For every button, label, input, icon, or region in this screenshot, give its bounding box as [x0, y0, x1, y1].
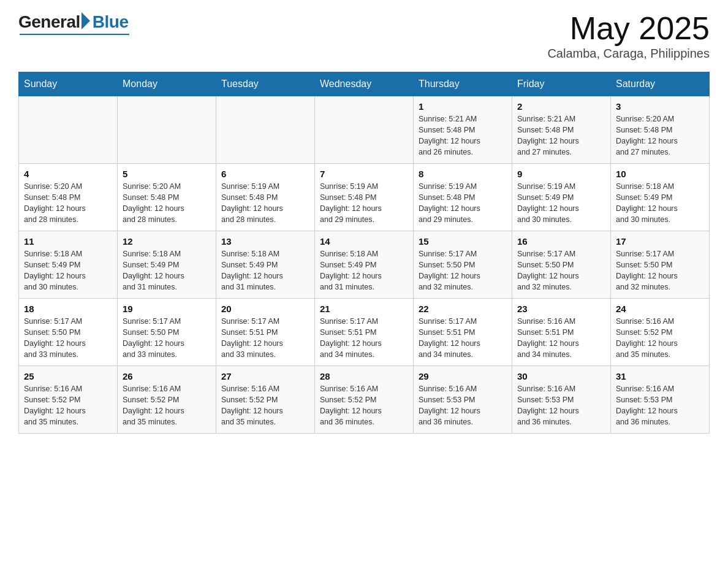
calendar-day: 26Sunrise: 5:16 AMSunset: 5:52 PMDayligh… [118, 366, 216, 434]
logo: General Blue [18, 12, 128, 35]
day-number: 11 [24, 236, 112, 247]
day-number: 21 [320, 304, 408, 314]
day-number: 14 [320, 236, 408, 247]
logo-triangle-icon [82, 12, 90, 29]
calendar-day: 18Sunrise: 5:17 AMSunset: 5:50 PMDayligh… [19, 299, 118, 366]
col-monday: Monday [118, 72, 216, 96]
calendar-day: 24Sunrise: 5:16 AMSunset: 5:52 PMDayligh… [611, 299, 710, 366]
day-info: Sunrise: 5:17 AMSunset: 5:50 PMDaylight:… [616, 248, 704, 293]
calendar-week-2: 4Sunrise: 5:20 AMSunset: 5:48 PMDaylight… [19, 164, 710, 231]
col-friday: Friday [512, 72, 611, 96]
day-number: 27 [221, 371, 309, 381]
calendar-day: 8Sunrise: 5:19 AMSunset: 5:48 PMDaylight… [414, 164, 512, 231]
day-number: 4 [24, 169, 112, 179]
calendar-day: 1Sunrise: 5:21 AMSunset: 5:48 PMDaylight… [414, 96, 512, 164]
day-number: 3 [616, 101, 704, 112]
day-info: Sunrise: 5:21 AMSunset: 5:48 PMDaylight:… [517, 113, 605, 158]
calendar-day: 15Sunrise: 5:17 AMSunset: 5:50 PMDayligh… [414, 231, 512, 299]
calendar-day: 28Sunrise: 5:16 AMSunset: 5:52 PMDayligh… [315, 366, 414, 434]
col-wednesday: Wednesday [315, 72, 414, 96]
day-info: Sunrise: 5:18 AMSunset: 5:49 PMDaylight:… [123, 248, 211, 293]
month-year-title: May 2025 [547, 12, 710, 44]
day-info: Sunrise: 5:16 AMSunset: 5:52 PMDaylight:… [24, 383, 112, 428]
day-info: Sunrise: 5:19 AMSunset: 5:48 PMDaylight:… [419, 181, 507, 226]
logo-underline [20, 34, 129, 35]
day-number: 19 [123, 304, 211, 314]
calendar-day: 14Sunrise: 5:18 AMSunset: 5:49 PMDayligh… [315, 231, 414, 299]
day-info: Sunrise: 5:16 AMSunset: 5:51 PMDaylight:… [517, 316, 605, 361]
calendar-day: 12Sunrise: 5:18 AMSunset: 5:49 PMDayligh… [118, 231, 216, 299]
day-info: Sunrise: 5:20 AMSunset: 5:48 PMDaylight:… [123, 181, 211, 226]
logo-blue-text: Blue [93, 12, 129, 32]
calendar-day: 3Sunrise: 5:20 AMSunset: 5:48 PMDaylight… [611, 96, 710, 164]
title-area: May 2025 Calamba, Caraga, Philippines [547, 12, 710, 61]
calendar-day [118, 96, 216, 164]
day-number: 2 [517, 101, 605, 112]
calendar-day: 30Sunrise: 5:16 AMSunset: 5:53 PMDayligh… [512, 366, 611, 434]
calendar-day [19, 96, 118, 164]
day-number: 6 [221, 169, 309, 179]
calendar-day: 31Sunrise: 5:16 AMSunset: 5:53 PMDayligh… [611, 366, 710, 434]
day-info: Sunrise: 5:17 AMSunset: 5:51 PMDaylight:… [320, 316, 408, 361]
day-number: 16 [517, 236, 605, 247]
location-subtitle: Calamba, Caraga, Philippines [547, 47, 710, 61]
day-info: Sunrise: 5:16 AMSunset: 5:52 PMDaylight:… [320, 383, 408, 428]
calendar-day [216, 96, 315, 164]
day-info: Sunrise: 5:16 AMSunset: 5:53 PMDaylight:… [517, 383, 605, 428]
day-number: 26 [123, 371, 211, 381]
calendar-day [315, 96, 414, 164]
calendar-day: 16Sunrise: 5:17 AMSunset: 5:50 PMDayligh… [512, 231, 611, 299]
day-info: Sunrise: 5:16 AMSunset: 5:52 PMDaylight:… [221, 383, 309, 428]
day-info: Sunrise: 5:17 AMSunset: 5:51 PMDaylight:… [221, 316, 309, 361]
day-info: Sunrise: 5:21 AMSunset: 5:48 PMDaylight:… [419, 113, 507, 158]
day-number: 20 [221, 304, 309, 314]
calendar-header-row: Sunday Monday Tuesday Wednesday Thursday… [19, 72, 710, 96]
day-info: Sunrise: 5:18 AMSunset: 5:49 PMDaylight:… [24, 248, 112, 293]
calendar-day: 11Sunrise: 5:18 AMSunset: 5:49 PMDayligh… [19, 231, 118, 299]
calendar-day: 21Sunrise: 5:17 AMSunset: 5:51 PMDayligh… [315, 299, 414, 366]
day-number: 13 [221, 236, 309, 247]
day-number: 29 [419, 371, 507, 381]
day-info: Sunrise: 5:19 AMSunset: 5:48 PMDaylight:… [221, 181, 309, 226]
calendar-day: 6Sunrise: 5:19 AMSunset: 5:48 PMDaylight… [216, 164, 315, 231]
col-sunday: Sunday [19, 72, 118, 96]
day-number: 24 [616, 304, 704, 314]
day-number: 12 [123, 236, 211, 247]
logo-general-text: General [18, 12, 80, 32]
col-tuesday: Tuesday [216, 72, 315, 96]
day-info: Sunrise: 5:18 AMSunset: 5:49 PMDaylight:… [221, 248, 309, 293]
day-info: Sunrise: 5:17 AMSunset: 5:51 PMDaylight:… [419, 316, 507, 361]
day-number: 1 [419, 101, 507, 112]
day-info: Sunrise: 5:16 AMSunset: 5:53 PMDaylight:… [616, 383, 704, 428]
calendar-day: 10Sunrise: 5:18 AMSunset: 5:49 PMDayligh… [611, 164, 710, 231]
day-number: 30 [517, 371, 605, 381]
calendar-week-1: 1Sunrise: 5:21 AMSunset: 5:48 PMDaylight… [19, 96, 710, 164]
day-info: Sunrise: 5:19 AMSunset: 5:49 PMDaylight:… [517, 181, 605, 226]
calendar-day: 19Sunrise: 5:17 AMSunset: 5:50 PMDayligh… [118, 299, 216, 366]
day-number: 9 [517, 169, 605, 179]
day-number: 7 [320, 169, 408, 179]
calendar-day: 9Sunrise: 5:19 AMSunset: 5:49 PMDaylight… [512, 164, 611, 231]
day-number: 25 [24, 371, 112, 381]
day-number: 15 [419, 236, 507, 247]
calendar-day: 29Sunrise: 5:16 AMSunset: 5:53 PMDayligh… [414, 366, 512, 434]
calendar-day: 17Sunrise: 5:17 AMSunset: 5:50 PMDayligh… [611, 231, 710, 299]
calendar-table: Sunday Monday Tuesday Wednesday Thursday… [18, 72, 710, 434]
calendar-day: 25Sunrise: 5:16 AMSunset: 5:52 PMDayligh… [19, 366, 118, 434]
day-number: 10 [616, 169, 704, 179]
calendar-day: 20Sunrise: 5:17 AMSunset: 5:51 PMDayligh… [216, 299, 315, 366]
day-number: 23 [517, 304, 605, 314]
calendar-day: 4Sunrise: 5:20 AMSunset: 5:48 PMDaylight… [19, 164, 118, 231]
day-info: Sunrise: 5:16 AMSunset: 5:53 PMDaylight:… [419, 383, 507, 428]
day-number: 28 [320, 371, 408, 381]
col-thursday: Thursday [414, 72, 512, 96]
calendar-day: 23Sunrise: 5:16 AMSunset: 5:51 PMDayligh… [512, 299, 611, 366]
day-info: Sunrise: 5:20 AMSunset: 5:48 PMDaylight:… [24, 181, 112, 226]
day-info: Sunrise: 5:19 AMSunset: 5:48 PMDaylight:… [320, 181, 408, 226]
calendar-day: 5Sunrise: 5:20 AMSunset: 5:48 PMDaylight… [118, 164, 216, 231]
day-number: 17 [616, 236, 704, 247]
calendar-week-5: 25Sunrise: 5:16 AMSunset: 5:52 PMDayligh… [19, 366, 710, 434]
calendar-week-4: 18Sunrise: 5:17 AMSunset: 5:50 PMDayligh… [19, 299, 710, 366]
calendar-day: 2Sunrise: 5:21 AMSunset: 5:48 PMDaylight… [512, 96, 611, 164]
day-info: Sunrise: 5:16 AMSunset: 5:52 PMDaylight:… [616, 316, 704, 361]
